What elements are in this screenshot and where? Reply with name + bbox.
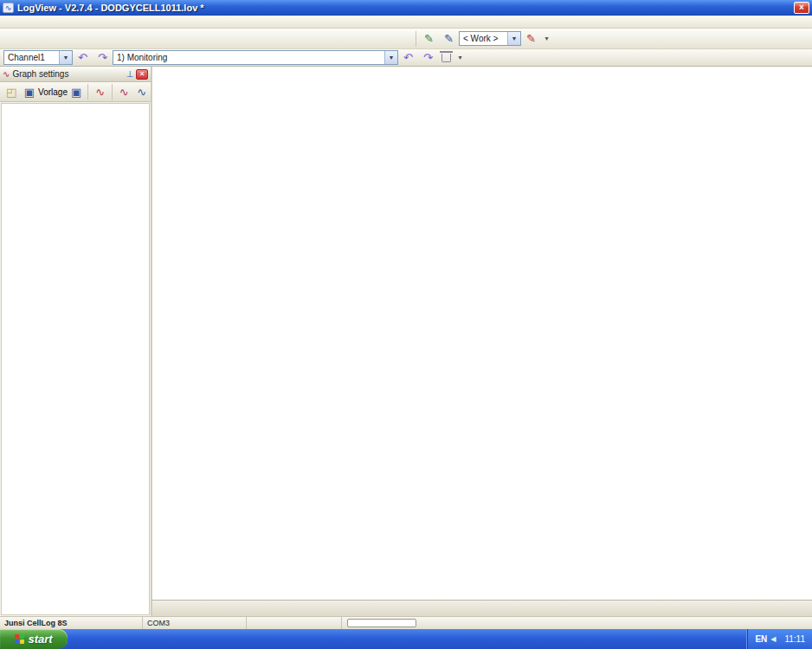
main-toolbar: ✎ ✎ < Work >▼ ✎ ▾ — [0, 29, 812, 49]
app-icon: ∿ — [3, 3, 14, 13]
title-bar: ∿ LogView - V2.7.4 - DODGYCELL1011.lov *… — [0, 0, 812, 16]
close-button[interactable]: × — [794, 2, 809, 14]
device-name: Junsi CellLog 8S — [0, 617, 143, 629]
chevron-down-icon[interactable]: ▼ — [384, 51, 397, 64]
connection-leds — [247, 617, 342, 629]
marker-add-button[interactable]: ✎ — [440, 30, 458, 48]
more-session-button[interactable]: ▾ — [455, 49, 465, 67]
menu-bar — [0, 16, 812, 29]
chevron-down-icon[interactable]: ▼ — [59, 51, 72, 64]
chevron-left-icon[interactable]: ◀ — [770, 635, 776, 643]
hide-curves-button[interactable]: ∿ — [92, 84, 108, 100]
taskbar: start EN ◀ 11:11 — [0, 629, 812, 649]
marker-set-button[interactable]: ✎ — [420, 30, 438, 48]
next-session-button[interactable]: ↷ — [419, 49, 437, 67]
view-tab-bar — [152, 600, 812, 616]
more-marker-button[interactable]: ▾ — [542, 30, 551, 48]
panel-toolbar: ◰ ▣ Vorlage ▣ ∿ ∿ ∿ — [0, 82, 151, 102]
delete-session-button[interactable] — [441, 54, 451, 62]
start-button[interactable]: start — [0, 629, 68, 649]
curve-list — [1, 103, 150, 615]
next-channel-button[interactable]: ↷ — [93, 49, 112, 67]
panel-close-button[interactable]: ✕ — [136, 69, 148, 80]
system-tray: EN ◀ 11:11 — [747, 629, 812, 649]
template-save-as-button[interactable]: ▣ — [68, 84, 85, 100]
graph-settings-panel: ∿ Graph settings ⊥ ✕ ◰ ▣ Vorlage ▣ ∿ ∿ ∿ — [0, 67, 152, 616]
voltage-chart[interactable] — [152, 67, 810, 600]
template-save-button[interactable]: ▣ — [22, 84, 38, 100]
pin-icon[interactable]: ⊥ — [124, 69, 136, 79]
chevron-down-icon[interactable]: ▼ — [507, 32, 520, 45]
status-bar: Junsi CellLog 8S COM3 — [0, 616, 812, 629]
session-toolbar: Channel1▼ ↶ ↷ 1) Monitoring▼ ↶ ↷ ▾ — [0, 49, 812, 67]
marker-delete-button[interactable]: ✎ — [522, 30, 540, 48]
panel-title: Graph settings — [10, 69, 124, 79]
com-port: COM3 — [143, 617, 247, 629]
progress-bar — [347, 619, 416, 627]
work-combo[interactable]: < Work >▼ — [459, 31, 521, 46]
scale-up-curve-button[interactable]: ∿ — [116, 84, 132, 100]
channel-combo[interactable]: Channel1▼ — [3, 50, 73, 65]
graph-settings-icon: ∿ — [3, 69, 10, 79]
clock[interactable]: 11:11 — [784, 634, 805, 644]
template-label: Vorlage — [38, 87, 68, 97]
template-open-button[interactable]: ◰ — [3, 84, 20, 100]
windows-logo-icon — [15, 634, 24, 644]
prev-session-button[interactable]: ↶ — [399, 49, 417, 67]
language-indicator[interactable]: EN — [755, 634, 767, 644]
window-title: LogView - V2.7.4 - DODGYCELL1011.lov * — [17, 3, 794, 13]
panel-header: ∿ Graph settings ⊥ ✕ — [0, 67, 151, 82]
chart-area[interactable] — [152, 67, 812, 600]
prev-channel-button[interactable]: ↶ — [74, 49, 92, 67]
session-combo[interactable]: 1) Monitoring▼ — [113, 50, 398, 65]
scale-down-curve-button[interactable]: ∿ — [133, 84, 150, 100]
